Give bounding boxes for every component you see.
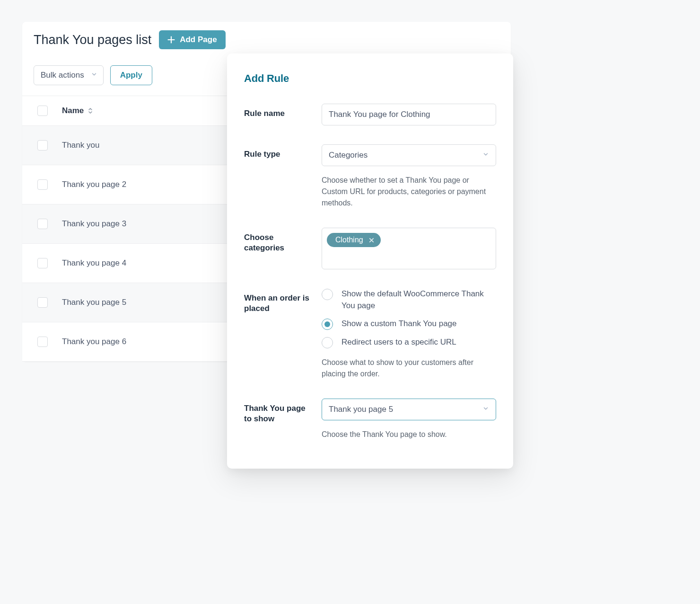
field-rule-name: Rule name	[244, 104, 496, 125]
field-rule-type: Rule type Categories Choose whether to s…	[244, 144, 496, 209]
choose-categories-label: Choose categories	[244, 228, 310, 269]
page-title: Thank You pages list	[34, 33, 151, 47]
bulk-actions-select[interactable]: Bulk actions	[34, 65, 104, 85]
row-checkbox[interactable]	[37, 337, 48, 347]
radio-option-custom-page[interactable]: Show a custom Thank You page	[322, 318, 496, 330]
radio-label: Redirect users to a specific URL	[341, 337, 456, 348]
page-to-show-label: Thank You page to show	[244, 399, 310, 440]
rule-type-select[interactable]: Categories	[322, 144, 496, 166]
radio-option-default[interactable]: Show the default WooCommerce Thank You p…	[322, 288, 496, 311]
when-order-help: Choose what to show to your customers af…	[322, 357, 496, 380]
add-page-button[interactable]: Add Page	[159, 30, 225, 49]
chevron-down-icon	[91, 71, 97, 80]
categories-tag-input[interactable]: Clothing	[322, 228, 496, 269]
row-checkbox[interactable]	[37, 297, 48, 308]
rule-name-input[interactable]	[322, 104, 496, 125]
add-page-label: Add Page	[180, 35, 217, 44]
row-name: Thank you page 3	[62, 219, 126, 229]
category-tag-label: Clothing	[335, 236, 363, 244]
radio-icon	[322, 319, 333, 330]
field-choose-categories: Choose categories Clothing	[244, 228, 496, 269]
rule-type-help: Choose whether to set a Thank You page o…	[322, 175, 496, 209]
bulk-actions-label: Bulk actions	[41, 71, 84, 80]
row-name: Thank you page 5	[62, 298, 126, 307]
apply-button[interactable]: Apply	[110, 65, 152, 85]
column-header-name[interactable]: Name	[62, 106, 93, 115]
page-to-show-help: Choose the Thank You page to show.	[322, 429, 496, 440]
row-name: Thank you page 2	[62, 180, 126, 189]
sort-icon	[88, 107, 93, 114]
panel-title: Add Rule	[244, 72, 496, 85]
page-to-show-value: Thank you page 5	[329, 405, 393, 414]
when-order-label: When an order is placed	[244, 288, 310, 380]
radio-label: Show a custom Thank You page	[341, 318, 457, 330]
category-tag: Clothing	[327, 233, 381, 247]
rule-type-value: Categories	[329, 151, 368, 160]
field-page-to-show: Thank You page to show Thank you page 5 …	[244, 399, 496, 440]
add-rule-panel: Add Rule Rule name Rule type Categories …	[227, 53, 513, 469]
radio-label: Show the default WooCommerce Thank You p…	[341, 288, 496, 311]
list-header: Thank You pages list Add Page	[22, 22, 511, 49]
row-checkbox[interactable]	[37, 140, 48, 151]
row-name: Thank you	[62, 141, 99, 150]
radio-icon	[322, 337, 333, 348]
rule-name-label: Rule name	[244, 104, 310, 125]
field-when-order-placed: When an order is placed Show the default…	[244, 288, 496, 380]
rule-type-label: Rule type	[244, 144, 310, 209]
plus-icon	[167, 36, 175, 44]
row-checkbox[interactable]	[37, 179, 48, 190]
chevron-down-icon	[482, 405, 489, 414]
column-name-label: Name	[62, 106, 84, 115]
row-checkbox[interactable]	[37, 219, 48, 229]
row-name: Thank you page 6	[62, 337, 126, 346]
page-to-show-select[interactable]: Thank you page 5	[322, 399, 496, 420]
radio-icon	[322, 289, 333, 300]
row-checkbox[interactable]	[37, 258, 48, 268]
select-all-checkbox[interactable]	[37, 106, 48, 116]
remove-tag-icon[interactable]	[369, 238, 374, 243]
radio-option-redirect-url[interactable]: Redirect users to a specific URL	[322, 337, 496, 348]
row-name: Thank you page 4	[62, 258, 126, 268]
chevron-down-icon	[482, 151, 489, 160]
order-placed-radio-group: Show the default WooCommerce Thank You p…	[322, 288, 496, 348]
